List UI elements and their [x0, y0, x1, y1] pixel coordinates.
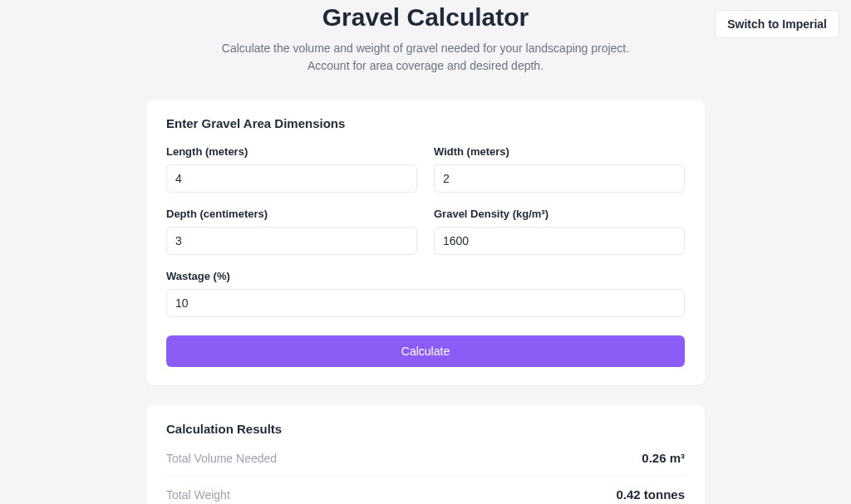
switch-units-button[interactable]: Switch to Imperial: [715, 10, 839, 38]
depth-label: Depth (centimeters): [166, 208, 417, 220]
width-label: Width (meters): [434, 145, 685, 158]
result-value-volume: 0.26 m³: [642, 451, 685, 465]
wastage-input[interactable]: [166, 289, 685, 317]
inputs-card: Enter Gravel Area Dimensions Length (met…: [146, 100, 705, 385]
result-label-weight: Total Weight: [166, 488, 230, 502]
wastage-group: Wastage (%): [166, 270, 685, 317]
width-input[interactable]: [434, 164, 685, 193]
density-label: Gravel Density (kg/m³): [434, 208, 685, 220]
result-row-volume: Total Volume Needed 0.26 m³: [166, 451, 685, 476]
result-row-weight: Total Weight 0.42 tonnes: [166, 487, 685, 502]
inputs-card-title: Enter Gravel Area Dimensions: [166, 116, 685, 130]
width-group: Width (meters): [434, 145, 685, 193]
depth-group: Depth (centimeters): [166, 208, 417, 255]
calculate-button[interactable]: Calculate: [166, 335, 685, 367]
results-card: Calculation Results Total Volume Needed …: [146, 405, 705, 504]
page-subtitle: Calculate the volume and weight of grave…: [209, 40, 642, 75]
wastage-label: Wastage (%): [166, 270, 685, 282]
length-label: Length (meters): [166, 145, 417, 158]
length-input[interactable]: [166, 164, 417, 193]
depth-input[interactable]: [166, 227, 417, 255]
length-group: Length (meters): [166, 145, 417, 193]
density-group: Gravel Density (kg/m³): [434, 208, 685, 255]
result-value-weight: 0.42 tonnes: [616, 487, 685, 502]
result-label-volume: Total Volume Needed: [166, 452, 277, 465]
results-card-title: Calculation Results: [166, 422, 685, 436]
density-input[interactable]: [434, 227, 685, 255]
